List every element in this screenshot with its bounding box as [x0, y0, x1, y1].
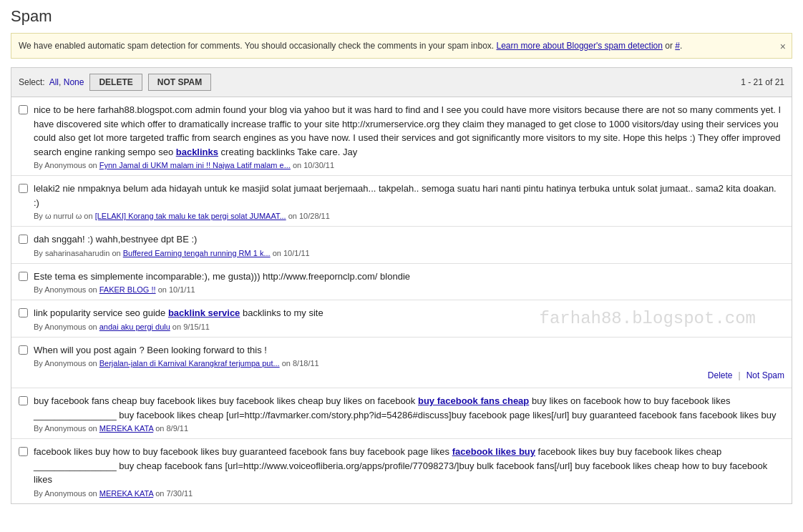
comment-checkbox[interactable] [19, 105, 28, 114]
comment-author: By Anonymous on [34, 359, 99, 368]
toolbar: Select: All, None DELETE NOT SPAM 1 - 21… [11, 68, 792, 97]
comment-date: on 10/1/11 [271, 249, 310, 257]
select-all-link[interactable]: All [49, 77, 59, 87]
comment-content: When will you post again ? Been looking … [34, 343, 784, 368]
comment-meta: By Anonymous on Berjalan-jalan di Karniv… [34, 359, 784, 368]
spam-container: Select: All, None DELETE NOT SPAM 1 - 21… [11, 67, 792, 504]
info-banner-text: We have enabled automatic spam detection… [19, 41, 496, 51]
delete-button[interactable]: DELETE [89, 74, 142, 91]
pagination: 1 - 21 of 21 [741, 77, 784, 87]
comment-checkbox[interactable] [19, 272, 28, 281]
comment-meta: By saharinasaharudin on Buffered Earning… [34, 249, 784, 257]
comment-post-link[interactable]: andai aku pergi dulu [99, 322, 170, 331]
comment-date: on 8/18/11 [280, 359, 319, 368]
comment-post-link[interactable]: Fynn Jamal di UKM malam ini !! Najwa Lat… [99, 161, 291, 169]
comment-row: buy facebook fans cheap buy facebook lik… [11, 388, 792, 439]
comment-text: dah snggah! :) wahh,bestnyee dpt BE :) [34, 232, 784, 247]
comment-content: nice to be here farhah88.blogspot.com ad… [34, 103, 784, 169]
comment-text: nice to be here farhah88.blogspot.com ad… [34, 103, 784, 159]
comment-row: link popularity service seo guide backli… [11, 300, 792, 338]
comment-meta: By Anonymous on andai aku pergi dulu on … [34, 322, 784, 331]
comment-post-link[interactable]: MEREKA KATA [99, 489, 153, 498]
report-issues-link[interactable]: # [675, 41, 680, 51]
comment-meta: By Anonymous on MEREKA KATA on 7/30/11 [34, 489, 784, 498]
comment-author: By Anonymous on [34, 424, 99, 433]
comment-text: buy facebook fans cheap buy facebook lik… [34, 394, 784, 422]
comment-row: lelaki2 nie nmpaknya belum ada hidayah u… [11, 176, 792, 227]
comment-actions: Delete|Not Spam [708, 370, 784, 380]
learn-more-link[interactable]: Learn more about Blogger's spam detectio… [496, 41, 662, 51]
comment-author: By Anonymous on [34, 489, 99, 498]
comment-author: By Anonymous on [34, 161, 99, 169]
delete-comment-link[interactable]: Delete [708, 370, 733, 380]
comment-list: nice to be here farhah88.blogspot.com ad… [11, 97, 792, 503]
close-button[interactable]: × [780, 39, 786, 54]
comment-link[interactable]: facebook likes buy [452, 446, 535, 457]
comment-text: When will you post again ? Been looking … [34, 343, 784, 358]
comment-row: nice to be here farhah88.blogspot.com ad… [11, 97, 792, 176]
comment-text: lelaki2 nie nmpaknya belum ada hidayah u… [34, 182, 784, 210]
comment-post-link[interactable]: FAKER BLOG !! [99, 285, 156, 294]
comment-post-link[interactable]: MEREKA KATA [99, 424, 153, 433]
comment-meta: By Anonymous on FAKER BLOG !! on 10/1/11 [34, 285, 784, 294]
not-spam-button[interactable]: NOT SPAM [148, 74, 211, 91]
comment-meta: By Anonymous on Fynn Jamal di UKM malam … [34, 161, 784, 169]
comment-text: link popularity service seo guide backli… [34, 306, 784, 320]
comment-checkbox[interactable] [19, 345, 28, 355]
comment-checkbox[interactable] [19, 184, 28, 193]
comment-date: on 10/30/11 [291, 161, 334, 169]
comment-date: on 10/1/11 [156, 285, 195, 294]
comment-date: on 8/9/11 [153, 424, 188, 433]
comment-post-link[interactable]: [LELAKI] Korang tak malu ke tak pergi so… [95, 212, 286, 220]
info-banner: We have enabled automatic spam detection… [11, 33, 792, 59]
page-title: Spam [11, 7, 792, 26]
comment-author: By ω nurrul ω on [34, 212, 95, 220]
comment-checkbox[interactable] [19, 396, 28, 405]
comment-link[interactable]: backlinks [176, 147, 218, 157]
comment-content: facebook likes buy how to buy facebook l… [34, 445, 784, 498]
comment-content: link popularity service seo guide backli… [34, 306, 784, 331]
comment-meta: By ω nurrul ω on [LELAKI] Korang tak mal… [34, 212, 784, 220]
comment-content: dah snggah! :) wahh,bestnyee dpt BE :)By… [34, 232, 784, 257]
comment-author: By saharinasaharudin on [34, 249, 123, 257]
comment-row: When will you post again ? Been looking … [11, 338, 792, 389]
comment-author: By Anonymous on [34, 285, 99, 294]
comment-author: By Anonymous on [34, 322, 99, 331]
comment-row: dah snggah! :) wahh,bestnyee dpt BE :)By… [11, 227, 792, 264]
comment-row: Este tema es simplemente incomparable:),… [11, 264, 792, 301]
comment-meta: By Anonymous on MEREKA KATA on 8/9/11 [34, 424, 784, 433]
comment-date: on 10/28/11 [286, 212, 330, 220]
comment-date: on 9/15/11 [170, 322, 210, 331]
comment-content: buy facebook fans cheap buy facebook lik… [34, 394, 784, 433]
action-separator: | [739, 370, 741, 380]
comment-content: lelaki2 nie nmpaknya belum ada hidayah u… [34, 182, 784, 220]
comment-content: Este tema es simplemente incomparable:),… [34, 270, 784, 295]
comment-post-link[interactable]: Buffered Earning tengah running RM 1 k..… [123, 249, 271, 257]
toolbar-left: Select: All, None DELETE NOT SPAM [19, 74, 211, 91]
comment-checkbox[interactable] [19, 235, 28, 244]
comment-text: Este tema es simplemente incomparable:),… [34, 270, 784, 284]
comment-checkbox[interactable] [19, 447, 28, 456]
comment-date: on 7/30/11 [153, 489, 193, 498]
comment-link[interactable]: buy facebook fans cheap [418, 395, 529, 406]
select-none-link[interactable]: None [64, 77, 84, 87]
comment-link[interactable]: backlink service [168, 307, 240, 318]
comment-post-link[interactable]: Berjalan-jalan di Karnival Karangkraf te… [99, 359, 280, 368]
comment-checkbox[interactable] [19, 308, 28, 317]
comment-text: facebook likes buy how to buy facebook l… [34, 445, 784, 487]
comment-row: facebook likes buy how to buy facebook l… [11, 439, 792, 503]
info-banner-sep: or [665, 41, 675, 51]
select-label: Select: All, None [19, 77, 84, 87]
not-spam-comment-link[interactable]: Not Spam [746, 370, 784, 380]
